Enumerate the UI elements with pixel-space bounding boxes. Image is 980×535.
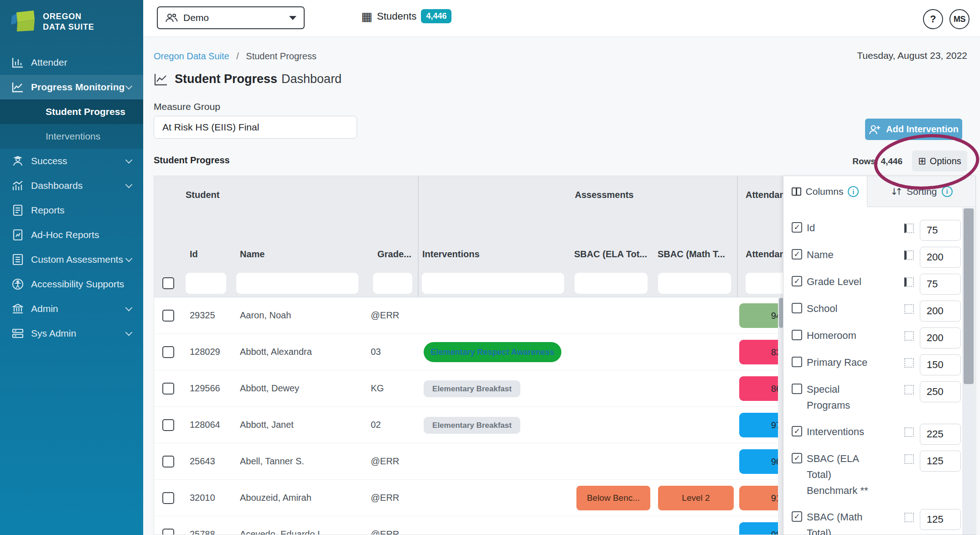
table-row[interactable]: 29325 Aaron, Noah @ERR 94 [154,297,785,334]
graduate-icon [10,156,26,166]
column-width-input[interactable] [920,354,961,375]
sidebar-item-interventions[interactable]: Interventions [0,124,143,149]
table-row[interactable]: 32010 Abouzeid, Amirah @ERR Below Benc..… [154,480,785,516]
row-checkbox[interactable] [162,529,174,535]
column-option-primary-race: Primary Race [792,354,963,371]
add-intervention-button[interactable]: Add Intervention [865,119,962,140]
logo-icon [10,10,36,34]
sidebar-item-sys-admin[interactable]: Sys Admin [0,321,143,346]
row-checkbox[interactable] [162,383,174,395]
page-date: Tuesday, August 23, 2022 [857,50,967,61]
sidebar-item-admin[interactable]: Admin [0,296,143,321]
sidebar-item-attender[interactable]: Attender [0,50,143,75]
checkbox-unchecked[interactable] [792,303,802,313]
column-header-interventions[interactable]: Interventions [422,249,480,260]
checkbox-checked[interactable]: ✓ [792,511,802,522]
checkbox-checked[interactable]: ✓ [792,222,802,233]
options-button[interactable]: ⊞ Options [912,151,967,171]
row-checkbox[interactable] [162,310,174,322]
column-header-sbac-math[interactable]: SBAC (Math T... [658,249,725,260]
students-nav-link[interactable]: ▦ Students 4,446 [361,9,451,23]
column-header-attendance[interactable]: Attendance [746,249,785,260]
checkbox-unchecked[interactable] [792,330,802,340]
tab-sorting[interactable]: ↓↑ Sorting i [867,176,975,207]
checkbox-checked[interactable]: ✓ [792,426,802,436]
sidebar-item-success[interactable]: Success [0,149,143,173]
measure-group-select[interactable]: At Risk HS (EIIS) Final [154,116,357,139]
table-row[interactable]: 129566 Abbott, Dewey KG Elementary Break… [154,370,785,407]
grid-options-panel: Columns i ↓↑ Sorting i ✓ Id ✓ Name [783,176,976,535]
sidebar-item-reports[interactable]: Reports [0,198,143,223]
info-icon[interactable]: i [942,186,953,197]
column-grid-icon[interactable] [904,513,914,522]
table-row[interactable]: 25788 Acevedo, Eduardo I. @ERR 98 [154,516,785,535]
org-selector-dropdown[interactable]: Demo [157,6,305,29]
filter-input-id[interactable] [186,273,226,294]
column-grid-icon[interactable] [904,385,914,395]
avatar-initials: MS [954,15,965,24]
select-all-checkbox[interactable] [162,277,174,289]
checkbox-checked[interactable]: ✓ [792,249,802,260]
filter-input-sbac-math[interactable] [658,273,731,294]
cell-name: Abouzeid, Amirah [240,493,311,503]
pinned-column-icon[interactable] [904,250,914,260]
column-grid-icon[interactable] [904,331,914,341]
column-width-input[interactable] [920,451,961,472]
checkbox-checked[interactable]: ✓ [792,453,802,463]
tab-columns-label: Columns [806,186,844,197]
clipboard-list-icon [10,254,26,265]
cell-id: 128029 [190,347,220,357]
column-width-input[interactable] [920,274,961,295]
filter-input-sbac-ela[interactable] [575,273,648,294]
tab-columns[interactable]: Columns i [783,176,867,207]
column-option-label: Primary Race [807,354,876,370]
pinned-column-icon[interactable] [904,223,914,233]
table-row[interactable]: 128064 Abbott, Janet 02 Elementary Break… [154,407,785,443]
sidebar-item-progress-monitoring[interactable]: Progress Monitoring [0,75,143,99]
sidebar-item-student-progress[interactable]: Student Progress [0,99,143,124]
column-header-id[interactable]: Id [190,249,198,260]
column-width-input[interactable] [920,220,961,241]
table-row[interactable]: 128029 Abbott, Alexandra 03 Elementary R… [154,334,785,370]
column-grid-icon[interactable] [904,358,914,368]
row-checkbox[interactable] [162,419,174,431]
column-grid-icon[interactable] [904,454,914,464]
info-icon[interactable]: i [848,186,859,197]
table-row[interactable]: 25643 Abell, Tanner S. @ERR 96 [154,443,785,480]
column-width-input[interactable] [920,247,961,268]
panel-vertical-scrollbar[interactable] [962,208,975,535]
filter-input-grade[interactable] [373,273,412,294]
column-width-input[interactable] [920,509,961,530]
column-grid-icon[interactable] [904,304,914,314]
column-width-input[interactable] [920,327,961,348]
row-checkbox[interactable] [162,346,174,358]
table-grid-icon: ⊞ [918,156,926,166]
sidebar-item-label: Dashboards [31,180,83,191]
checkbox-unchecked[interactable] [792,384,802,394]
sidebar-item-custom-assessments[interactable]: Custom Assessments [0,247,143,272]
column-grid-icon[interactable] [904,427,914,437]
column-header-grade[interactable]: Grade... [337,249,411,260]
column-option-school: School [792,301,963,317]
filter-input-interventions[interactable] [422,273,564,294]
pinned-column-icon[interactable] [904,277,914,287]
row-checkbox[interactable] [162,492,174,504]
row-checkbox[interactable] [162,456,174,467]
app-logo[interactable]: OREGON DATA SUITE [0,0,143,44]
sidebar-item-dashboards[interactable]: Dashboards [0,173,143,198]
user-avatar[interactable]: MS [949,9,970,29]
column-header-sbac-ela[interactable]: SBAC (ELA Tot... [574,249,647,260]
checkbox-checked[interactable]: ✓ [792,276,802,286]
scrollbar-thumb[interactable] [964,208,974,384]
column-width-input[interactable] [920,381,961,402]
column-width-input[interactable] [920,301,961,322]
breadcrumb-home-link[interactable]: Oregon Data Suite [154,51,229,61]
filter-input-name[interactable] [236,273,358,294]
sidebar-item-accessibility-supports[interactable]: Accessibility Supports [0,272,143,296]
column-header-name[interactable]: Name [240,249,264,260]
sidebar-item-adhoc-reports[interactable]: Ad-Hoc Reports [0,223,143,247]
help-button[interactable]: ? [923,9,943,29]
checkbox-unchecked[interactable] [792,357,802,367]
column-width-input[interactable] [920,424,961,445]
filter-input-attendance[interactable] [746,273,785,294]
